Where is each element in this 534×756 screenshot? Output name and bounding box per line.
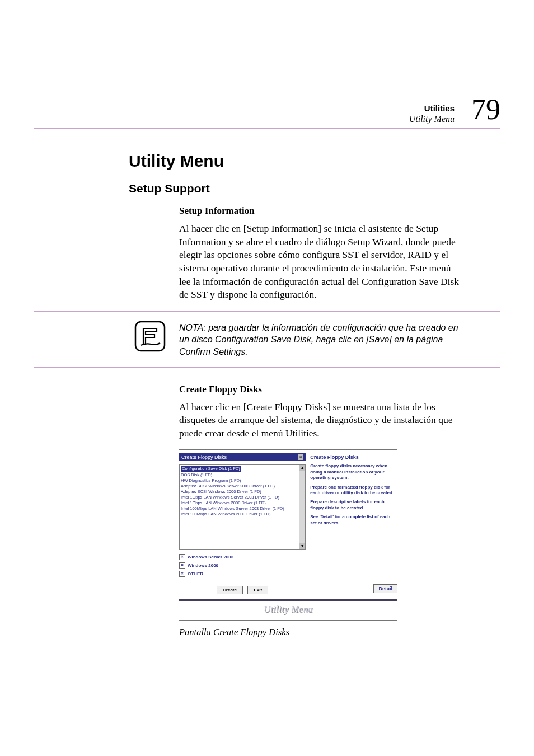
screenshot-footer-label: Utility Menu — [264, 604, 312, 614]
scroll-down-icon[interactable]: ▼ — [299, 543, 305, 549]
note-text: NOTA: para guardar la información de con… — [179, 322, 461, 358]
list-item[interactable]: DOS Disk (1 FD) — [181, 472, 304, 478]
info-paragraph: Prepare one formatted floppy disk for ea… — [310, 485, 397, 496]
embedded-screenshot: Create Floppy Disks × Configuration Save… — [179, 449, 397, 621]
page-header: Utilities Utility Menu 79 — [34, 95, 500, 124]
checkbox-label: Windows Server 2003 — [188, 555, 233, 560]
header-divider — [34, 128, 500, 129]
checkbox-label: Windows 2000 — [188, 563, 218, 568]
section-heading-create-floppy-disks: Create Floppy Disks — [179, 384, 461, 395]
note-icon — [134, 321, 166, 352]
close-icon[interactable]: × — [298, 454, 303, 460]
page-number: 79 — [471, 95, 500, 124]
section-body-create-floppy-disks: Al hacer clic en [Create Floppy Disks] s… — [179, 401, 461, 440]
detail-button[interactable]: Detail — [373, 584, 397, 593]
exit-button[interactable]: Exit — [247, 586, 268, 594]
list-item[interactable]: Adaptec SCSI Windows Server 2003 Driver … — [181, 483, 304, 489]
note-block: NOTA: para guardar la información de con… — [34, 321, 500, 358]
svg-rect-0 — [135, 322, 165, 351]
screenshot-right-title: Create Floppy Disks — [310, 453, 397, 463]
scrollbar[interactable]: ▲ ▼ — [299, 465, 305, 549]
screenshot-window-title: Create Floppy Disks — [181, 454, 227, 460]
list-item[interactable]: HW Diagnostics Program (1 FD) — [181, 478, 304, 483]
screenshot-listbox[interactable]: Configuration Save Disk (1 FD)DOS Disk (… — [179, 464, 306, 550]
checkbox-row[interactable]: ×Windows 2000 — [179, 561, 306, 570]
list-item[interactable]: Configuration Save Disk (1 FD) — [181, 466, 241, 472]
note-divider-bottom — [34, 367, 500, 368]
list-item[interactable]: Intel 1Gbps LAN Windows Server 2003 Driv… — [181, 495, 304, 500]
list-item[interactable]: Intel 100Mbps LAN Windows Server 2003 Dr… — [181, 506, 304, 511]
info-paragraph: See 'Detail' for a complete list of each… — [310, 514, 397, 526]
checkbox-row[interactable]: ×OTHER — [179, 570, 306, 578]
note-divider-top — [34, 311, 500, 312]
figure-caption: Pantalla Create Floppy Disks — [179, 627, 461, 638]
sub-heading-setup-support: Setup Support — [34, 182, 500, 195]
screenshot-window-titlebar: Create Floppy Disks × — [179, 453, 306, 461]
checkbox-icon[interactable]: × — [179, 571, 185, 577]
section-heading-setup-information: Setup Information — [179, 205, 461, 217]
info-paragraph: Prepare descriptive labels for each flop… — [310, 499, 397, 511]
header-section-title: Utilities — [409, 104, 455, 114]
list-item[interactable]: Adaptec SCSI Windows 2000 Driver (1 FD) — [181, 489, 304, 495]
scroll-up-icon[interactable]: ▲ — [299, 465, 305, 471]
create-button[interactable]: Create — [217, 586, 243, 594]
section-body-setup-information: Al hacer clic en [Setup Information] se … — [179, 222, 461, 302]
info-paragraph: Create floppy disks necessary when doing… — [310, 463, 397, 481]
checkbox-icon[interactable]: × — [179, 554, 185, 560]
checkbox-label: OTHER — [188, 571, 203, 576]
checkbox-row[interactable]: ×Windows Server 2003 — [179, 553, 306, 561]
checkbox-icon[interactable]: × — [179, 562, 185, 569]
list-item[interactable]: Intel 1Gbps LAN Windows 2000 Driver (1 F… — [181, 500, 304, 506]
main-heading: Utility Menu — [34, 152, 500, 171]
header-subsection-title: Utility Menu — [409, 114, 455, 124]
list-item[interactable]: Intel 100Mbps LAN Windows 2000 Driver (1… — [181, 511, 304, 517]
